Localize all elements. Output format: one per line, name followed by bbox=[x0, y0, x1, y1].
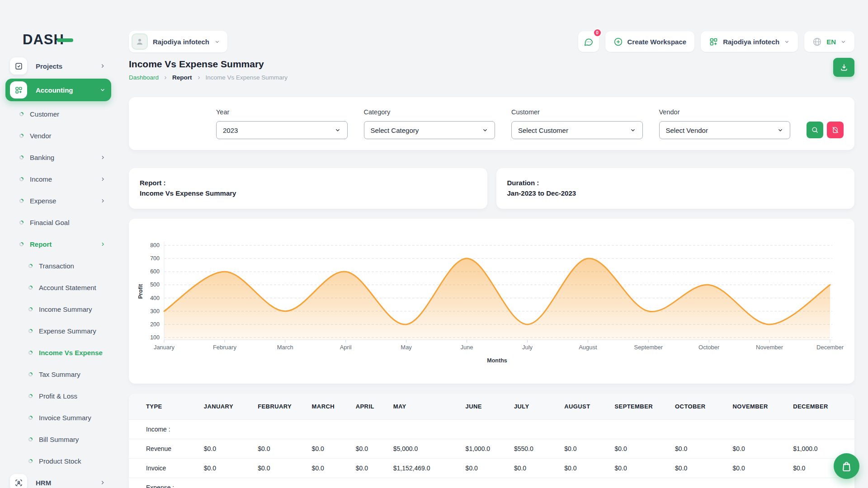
main-content: Rajodiya infotech 0 Create Workspace Raj… bbox=[117, 0, 868, 488]
bullet-icon bbox=[28, 416, 33, 420]
table-section-row: Expense : bbox=[129, 478, 854, 488]
sidebar-item-banking[interactable]: Banking bbox=[5, 146, 111, 168]
sidebar-item-product-stock[interactable]: Product Stock bbox=[5, 450, 111, 472]
breadcrumb-dashboard[interactable]: Dashboard bbox=[129, 74, 159, 81]
sidebar-item-label: Finacial Goal bbox=[30, 219, 70, 226]
workspace-selector[interactable]: Rajodiya infotech bbox=[129, 31, 227, 52]
table-cell: $0.0 bbox=[251, 459, 305, 478]
sidebar-item-transaction[interactable]: Transaction bbox=[5, 255, 111, 277]
breadcrumb-report[interactable]: Report bbox=[172, 74, 192, 81]
chevron-right-icon bbox=[100, 198, 106, 204]
bullet-icon bbox=[28, 459, 33, 463]
sidebar-item-profit-loss[interactable]: Profit & Loss bbox=[5, 385, 111, 407]
svg-text:400: 400 bbox=[150, 295, 160, 301]
sidebar-item-account-statement[interactable]: Account Statement bbox=[5, 277, 111, 298]
filter-customer: Customer Select Customer bbox=[511, 108, 643, 139]
table-cell: $0.0 bbox=[198, 459, 251, 478]
sidebar-item-label: Account Statement bbox=[39, 284, 96, 291]
apply-filter-button[interactable] bbox=[807, 122, 823, 138]
column-header-april: APRIL bbox=[349, 394, 387, 420]
sidebar-item-report[interactable]: Report bbox=[5, 233, 111, 255]
globe-icon bbox=[812, 37, 822, 47]
table-row: Revenue$0.0$0.0$0.0$0.0$5,000.0$1,000.0$… bbox=[129, 439, 854, 459]
sidebar-item-label: Bill Summary bbox=[39, 436, 79, 443]
bullet-icon bbox=[28, 351, 33, 355]
year-value: 2023 bbox=[223, 127, 238, 134]
svg-text:February: February bbox=[213, 344, 237, 351]
chevron-down-icon bbox=[630, 127, 636, 133]
shop-fab-button[interactable] bbox=[834, 453, 859, 479]
reset-filter-button[interactable] bbox=[827, 122, 844, 138]
plus-circle-icon bbox=[613, 37, 623, 47]
filter-vendor: Vendor Select Vendor bbox=[659, 108, 791, 139]
sidebar-item-income[interactable]: Income bbox=[5, 168, 111, 190]
column-header-june: JUNE bbox=[459, 394, 508, 420]
sidebar-item-income-vs-expense[interactable]: Income Vs Expense bbox=[5, 342, 111, 363]
sidebar-item-tax-summary[interactable]: Tax Summary bbox=[5, 363, 111, 385]
filter-year: Year 2023 bbox=[216, 108, 348, 139]
breadcrumb-current: Income Vs Expense Summary bbox=[206, 74, 288, 81]
sidebar-item-income-summary[interactable]: Income Summary bbox=[5, 298, 111, 320]
create-workspace-label: Create Workspace bbox=[627, 38, 687, 46]
table-cell: $0.0 bbox=[508, 459, 558, 478]
table-cell: $0.0 bbox=[558, 459, 608, 478]
sidebar-item-label: Banking bbox=[30, 154, 54, 161]
bullet-icon bbox=[19, 242, 24, 246]
messages-button[interactable]: 0 bbox=[578, 31, 599, 52]
sidebar-item-expense[interactable]: Expense bbox=[5, 190, 111, 211]
chevron-right-icon bbox=[99, 479, 106, 486]
bullet-icon bbox=[28, 286, 33, 290]
table-section-row: Income : bbox=[129, 420, 854, 439]
table-cell: $0.0 bbox=[558, 439, 608, 459]
chevron-down-icon bbox=[840, 39, 846, 45]
sidebar-item-invoice-summary[interactable]: Invoice Summary bbox=[5, 407, 111, 428]
customer-select[interactable]: Select Customer bbox=[511, 121, 643, 139]
table-cell: $0.0 bbox=[349, 459, 387, 478]
category-select[interactable]: Select Category bbox=[364, 121, 495, 139]
filter-panel: Year 2023 Category Select Category Custo… bbox=[129, 97, 854, 150]
sidebar-item-expense-summary[interactable]: Expense Summary bbox=[5, 320, 111, 342]
topbar-actions: 0 Create Workspace Rajodiya infotech EN bbox=[578, 31, 855, 52]
sidebar-item-financial-goal[interactable]: Finacial Goal bbox=[5, 211, 111, 233]
duration-card-value: Jan-2023 to Dec-2023 bbox=[507, 188, 844, 198]
column-header-january: JANUARY bbox=[198, 394, 251, 420]
bullet-icon bbox=[28, 307, 33, 311]
bullet-icon bbox=[28, 394, 33, 398]
sidebar-item-bill-summary[interactable]: Bill Summary bbox=[5, 428, 111, 450]
language-value: EN bbox=[826, 38, 836, 46]
svg-text:Months: Months bbox=[487, 357, 507, 364]
table-cell: $1,000.0 bbox=[459, 439, 508, 459]
account-menu[interactable]: Rajodiya infotech bbox=[701, 31, 798, 52]
chevron-down-icon bbox=[214, 39, 220, 45]
customer-value: Select Customer bbox=[518, 127, 568, 134]
sidebar-item-label: Income Summary bbox=[39, 305, 92, 313]
table-cell: $550.0 bbox=[508, 439, 558, 459]
table-cell: $0.0 bbox=[306, 459, 349, 478]
svg-text:300: 300 bbox=[150, 308, 160, 314]
chevron-right-icon bbox=[100, 155, 106, 160]
grid-plus-icon bbox=[709, 37, 718, 47]
duration-card: Duration : Jan-2023 to Dec-2023 bbox=[496, 168, 855, 209]
section-label: Expense : bbox=[129, 478, 854, 488]
svg-text:August: August bbox=[579, 344, 597, 351]
grid-plus-icon bbox=[10, 81, 27, 99]
year-select[interactable]: 2023 bbox=[216, 121, 348, 139]
report-card: Report : Income Vs Expense Summary bbox=[129, 168, 487, 209]
table-cell: $0.0 bbox=[609, 439, 669, 459]
column-header-september: SEPTEMBER bbox=[609, 394, 669, 420]
language-selector[interactable]: EN bbox=[804, 31, 854, 52]
sidebar-item-label: Income Vs Expense bbox=[39, 349, 103, 357]
column-header-july: JULY bbox=[508, 394, 558, 420]
chevron-right-icon bbox=[99, 63, 106, 69]
duration-card-label: Duration : bbox=[507, 178, 844, 188]
sidebar-item-accounting[interactable]: Accounting bbox=[5, 79, 111, 101]
vendor-select[interactable]: Select Vendor bbox=[659, 121, 791, 139]
sidebar-item-vendor[interactable]: Vendor bbox=[5, 125, 111, 146]
sidebar-item-hrm[interactable]: HRM bbox=[5, 472, 111, 488]
sidebar-item-projects[interactable]: Projects bbox=[5, 55, 111, 77]
create-workspace-button[interactable]: Create Workspace bbox=[605, 31, 695, 52]
sidebar-item-customer[interactable]: Customer bbox=[5, 103, 111, 125]
download-button[interactable] bbox=[833, 58, 854, 77]
checkbox-icon bbox=[10, 57, 27, 75]
sidebar-item-label: Projects bbox=[36, 62, 62, 70]
